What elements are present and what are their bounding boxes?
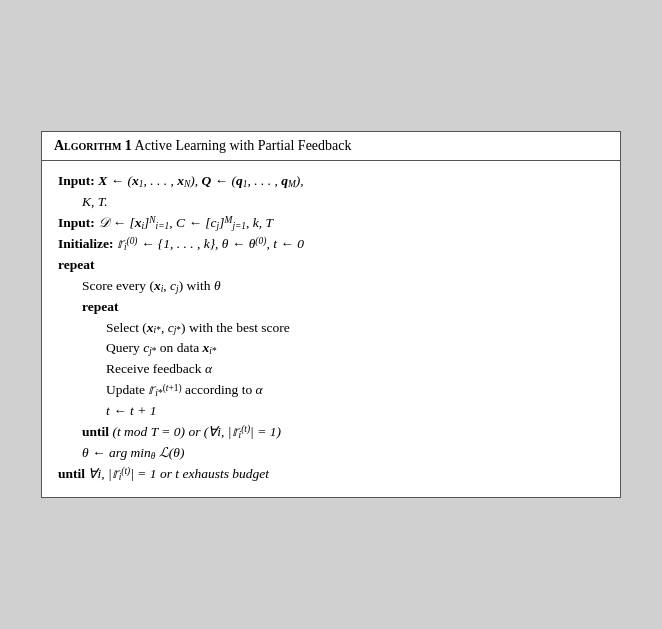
- line-score: Score every (xi, cj) with θ: [82, 276, 604, 297]
- line-until1: until (t mod T = 0) or (∀i, |𝕣i(t)| = 1): [82, 422, 604, 443]
- line-select: Select (xi*, cj*) with the best score: [106, 318, 604, 339]
- line-query: Query cj* on data xi*: [106, 338, 604, 359]
- line-repeat2: repeat: [82, 297, 604, 318]
- line-until2: until ∀i, |𝕣i(t)| = 1 or t exhausts budg…: [58, 464, 604, 485]
- line-input1: Input: X ← (x1, . . . , xN), Q ← (q1, . …: [58, 171, 604, 192]
- line-theta-update: θ ← arg minθ ℒ(θ): [82, 443, 604, 464]
- line-receive: Receive feedback α: [106, 359, 604, 380]
- line-update: Update 𝕣i*(t+1) according to α: [106, 380, 604, 401]
- line-input2: Input: 𝒟 ← [xi]Ni=1, C ← [cj]Mj=1, k, T: [58, 213, 604, 234]
- line-initialize: Initialize: 𝕣i(0) ← {1, . . . , k}, θ ← …: [58, 234, 604, 255]
- algorithm-box: Algorithm 1 Active Learning with Partial…: [41, 131, 621, 498]
- algorithm-number: Algorithm 1: [54, 138, 132, 153]
- line-repeat1: repeat: [58, 255, 604, 276]
- line-kt: K, T.: [82, 192, 604, 213]
- line-t-update: t ← t + 1: [106, 401, 604, 422]
- algorithm-title: Algorithm 1 Active Learning with Partial…: [42, 132, 620, 161]
- algorithm-name: Active Learning with Partial Feedback: [135, 138, 352, 153]
- algorithm-body: Input: X ← (x1, . . . , xN), Q ← (q1, . …: [42, 161, 620, 497]
